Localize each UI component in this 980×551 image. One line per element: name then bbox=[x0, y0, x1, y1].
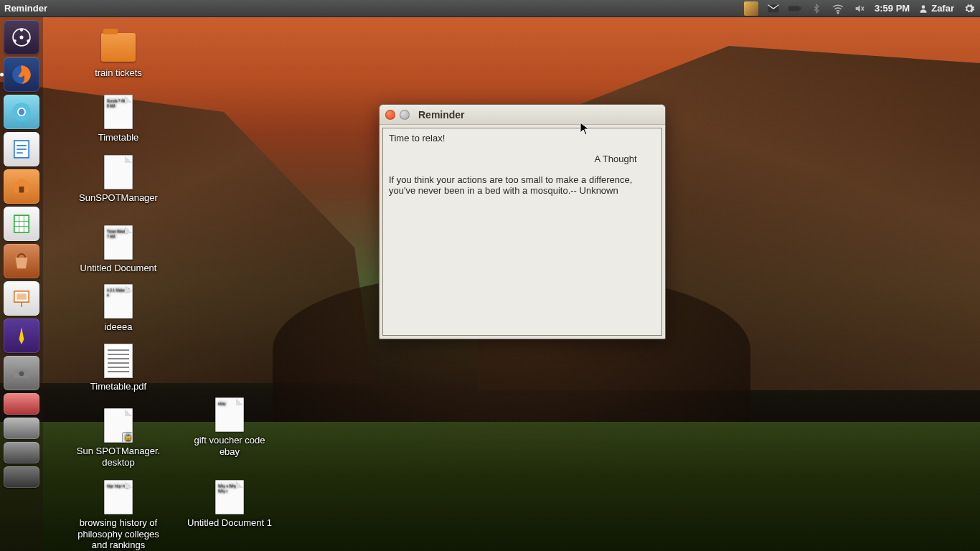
bluetooth-icon[interactable] bbox=[810, 2, 823, 15]
desktop-icon-train-tickets[interactable]: train tickets bbox=[72, 30, 165, 79]
unity-launcher bbox=[0, 17, 43, 551]
desktop-icon-untitled-doc[interactable]: Timet Week1 7 AM:Untitled Document bbox=[72, 225, 165, 274]
svg-point-9 bbox=[20, 29, 23, 32]
folder-icon bbox=[101, 30, 136, 65]
window-title: Reminder bbox=[418, 109, 465, 121]
launcher-firefox[interactable] bbox=[4, 57, 39, 92]
launcher-calc[interactable] bbox=[4, 207, 39, 241]
window-maximize-button[interactable] bbox=[400, 110, 410, 120]
file-icon: http: http: http: bbox=[101, 480, 136, 514]
launcher-software-center[interactable] bbox=[4, 244, 39, 278]
launcher-dash[interactable] bbox=[4, 20, 39, 55]
desktop-icon-ideeea[interactable]: 4.2.1 Make 21 4ideeea bbox=[72, 284, 165, 333]
launcher-writer[interactable] bbox=[4, 132, 39, 166]
reminder-window: Reminder Time to relax! A Thought If you… bbox=[379, 104, 666, 339]
battery-icon[interactable] bbox=[788, 2, 801, 15]
file-icon: 🔒 bbox=[101, 408, 136, 443]
file-icon bbox=[101, 155, 136, 189]
desktop-icon-label: SunSPOTManager bbox=[72, 192, 165, 204]
svg-point-11 bbox=[27, 39, 29, 42]
gear-icon[interactable] bbox=[963, 2, 976, 15]
svg-point-6 bbox=[922, 5, 925, 9]
svg-point-3 bbox=[837, 12, 839, 14]
active-app-title: Reminder bbox=[4, 3, 47, 14]
reminder-content: Time to relax! A Thought If you think yo… bbox=[382, 128, 662, 336]
file-icon: Timet Week1 7 AM: bbox=[101, 225, 136, 260]
desktop-icon-label: gift voucher code ebay bbox=[183, 435, 276, 457]
desktop-icon-timetable-pdf[interactable]: Timetable.pdf bbox=[72, 344, 165, 392]
desktop-icon-label: Sun SPOTManager. desktop bbox=[72, 446, 165, 468]
wifi-icon[interactable] bbox=[831, 2, 844, 15]
desktop-icon-untitled-doc-1[interactable]: Why s Why t Why tUntitled Document 1 bbox=[183, 480, 276, 529]
launcher-extra-2[interactable] bbox=[4, 418, 39, 439]
file-icon bbox=[101, 344, 136, 378]
svg-rect-20 bbox=[19, 187, 24, 193]
desktop-icon-timetable[interactable]: Sunda 7 AM: 8 AM:Timetable bbox=[72, 95, 165, 143]
launcher-extra-3[interactable] bbox=[4, 442, 39, 463]
top-menu-bar: Reminder 3:59 PM Zafar bbox=[0, 0, 980, 17]
desktop-icon-gift-voucher[interactable]: ebaygift voucher code ebay bbox=[183, 397, 276, 457]
desktop-icon-label: Timetable bbox=[72, 132, 165, 143]
file-icon: Sunda 7 AM: 8 AM: bbox=[101, 95, 136, 129]
svg-point-8 bbox=[19, 35, 23, 39]
indicator-unknown-icon[interactable] bbox=[744, 1, 758, 16]
desktop-icon-browsing-history[interactable]: http: http: http:browsing history of phi… bbox=[72, 480, 165, 551]
desktop-icon-sunspot-desktop[interactable]: 🔒Sun SPOTManager. desktop bbox=[72, 408, 165, 468]
desktop-icon-label: Untitled Document bbox=[72, 263, 165, 274]
launcher-impress[interactable] bbox=[4, 281, 39, 316]
lock-icon: 🔒 bbox=[122, 432, 133, 443]
window-titlebar[interactable]: Reminder bbox=[380, 105, 665, 125]
system-tray: 3:59 PM Zafar bbox=[744, 0, 976, 17]
launcher-extra-4[interactable] bbox=[4, 466, 39, 488]
mail-icon[interactable] bbox=[767, 2, 780, 15]
file-icon: Why s Why t Why t bbox=[212, 480, 247, 514]
desktop-icon-label: train tickets bbox=[72, 67, 165, 79]
desktop-icon-label: Untitled Document 1 bbox=[183, 517, 276, 529]
desktop-icon-label: browsing history of philosophy colleges … bbox=[72, 517, 165, 551]
svg-point-10 bbox=[14, 39, 17, 42]
file-icon: 4.2.1 Make 21 4 bbox=[101, 284, 136, 319]
reminder-subtitle: A Thought bbox=[389, 154, 656, 164]
reminder-body: If you think your actions are too small … bbox=[389, 174, 656, 196]
svg-rect-1 bbox=[799, 6, 801, 9]
launcher-disk-utility[interactable] bbox=[4, 356, 39, 390]
svg-rect-2 bbox=[789, 6, 798, 9]
desktop-icon-label: Timetable.pdf bbox=[72, 381, 165, 392]
file-icon: ebay bbox=[212, 397, 247, 432]
clock[interactable]: 3:59 PM bbox=[875, 3, 910, 14]
svg-point-30 bbox=[19, 371, 24, 376]
user-icon bbox=[918, 4, 928, 14]
desktop-icon-sunspotmanager[interactable]: SunSPOTManager bbox=[72, 155, 165, 204]
svg-rect-21 bbox=[14, 215, 29, 232]
window-close-button[interactable] bbox=[385, 110, 395, 120]
volume-icon[interactable] bbox=[853, 2, 866, 15]
user-menu[interactable]: Zafar bbox=[918, 3, 954, 14]
launcher-chromium[interactable] bbox=[4, 95, 39, 129]
launcher-files[interactable] bbox=[4, 169, 39, 204]
launcher-todo[interactable] bbox=[4, 319, 39, 353]
launcher-extra-1[interactable] bbox=[4, 393, 39, 415]
svg-rect-27 bbox=[17, 293, 27, 300]
desktop-icon-label: ideeea bbox=[72, 321, 165, 333]
username-label: Zafar bbox=[931, 3, 954, 14]
svg-point-15 bbox=[19, 109, 25, 116]
reminder-line1: Time to relax! bbox=[389, 133, 656, 143]
